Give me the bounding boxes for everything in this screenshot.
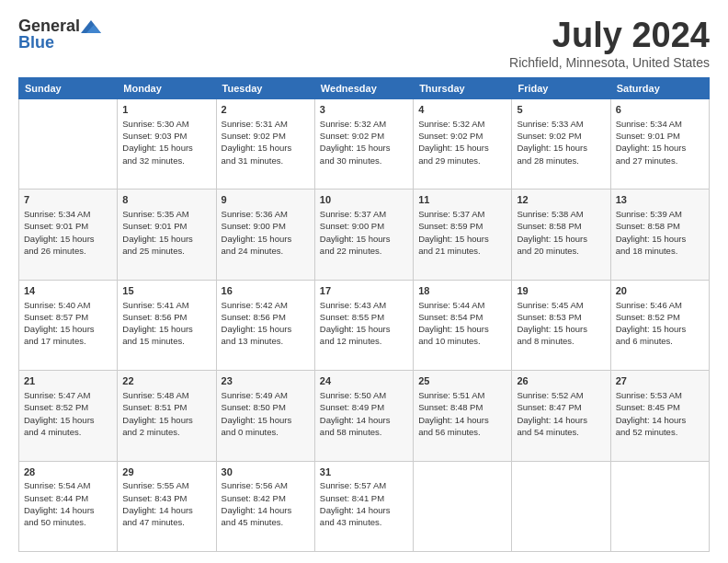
- day-info: Sunrise: 5:51 AM Sunset: 8:48 PM Dayligh…: [418, 389, 506, 438]
- day-number: 22: [122, 374, 210, 388]
- header: General Blue July 2024 Richfield, Minnes…: [18, 17, 710, 70]
- calendar-cell: 27Sunrise: 5:53 AM Sunset: 8:45 PM Dayli…: [610, 371, 709, 461]
- weekday-header-row: SundayMondayTuesdayWednesdayThursdayFrid…: [19, 77, 710, 98]
- calendar-cell: 5Sunrise: 5:33 AM Sunset: 9:02 PM Daylig…: [512, 98, 610, 189]
- weekday-header-wednesday: Wednesday: [314, 77, 413, 98]
- calendar-cell: 18Sunrise: 5:44 AM Sunset: 8:54 PM Dayli…: [414, 280, 512, 370]
- day-number: 7: [24, 193, 112, 207]
- day-info: Sunrise: 5:40 AM Sunset: 8:57 PM Dayligh…: [24, 299, 112, 348]
- calendar-cell: 17Sunrise: 5:43 AM Sunset: 8:55 PM Dayli…: [314, 280, 413, 370]
- day-number: 15: [122, 284, 210, 298]
- day-info: Sunrise: 5:30 AM Sunset: 9:03 PM Dayligh…: [122, 118, 210, 167]
- day-info: Sunrise: 5:37 AM Sunset: 8:59 PM Dayligh…: [418, 208, 506, 257]
- logo-blue-text: Blue: [18, 33, 101, 52]
- day-info: Sunrise: 5:31 AM Sunset: 9:02 PM Dayligh…: [222, 118, 310, 167]
- calendar-cell: 28Sunrise: 5:54 AM Sunset: 8:44 PM Dayli…: [19, 461, 118, 551]
- calendar-cell: 30Sunrise: 5:56 AM Sunset: 8:42 PM Dayli…: [216, 461, 314, 551]
- day-info: Sunrise: 5:41 AM Sunset: 8:56 PM Dayligh…: [122, 299, 210, 348]
- day-number: 24: [320, 374, 408, 388]
- calendar-cell: 15Sunrise: 5:41 AM Sunset: 8:56 PM Dayli…: [118, 280, 216, 370]
- calendar-cell: 25Sunrise: 5:51 AM Sunset: 8:48 PM Dayli…: [414, 371, 512, 461]
- day-number: 26: [517, 374, 605, 388]
- day-info: Sunrise: 5:46 AM Sunset: 8:52 PM Dayligh…: [616, 299, 704, 348]
- day-number: 18: [418, 284, 506, 298]
- calendar-cell: 12Sunrise: 5:38 AM Sunset: 8:58 PM Dayli…: [512, 190, 610, 280]
- calendar-cell: 22Sunrise: 5:48 AM Sunset: 8:51 PM Dayli…: [118, 371, 216, 461]
- calendar-cell: 6Sunrise: 5:34 AM Sunset: 9:01 PM Daylig…: [610, 98, 709, 189]
- weekday-header-monday: Monday: [118, 77, 216, 98]
- weekday-header-friday: Friday: [512, 77, 610, 98]
- day-info: Sunrise: 5:53 AM Sunset: 8:45 PM Dayligh…: [616, 389, 704, 438]
- calendar-cell: 26Sunrise: 5:52 AM Sunset: 8:47 PM Dayli…: [512, 371, 610, 461]
- calendar-cell: 3Sunrise: 5:32 AM Sunset: 9:02 PM Daylig…: [314, 98, 413, 189]
- day-info: Sunrise: 5:54 AM Sunset: 8:44 PM Dayligh…: [24, 479, 112, 528]
- calendar-table: SundayMondayTuesdayWednesdayThursdayFrid…: [18, 77, 710, 552]
- calendar-cell: 14Sunrise: 5:40 AM Sunset: 8:57 PM Dayli…: [19, 280, 118, 370]
- day-info: Sunrise: 5:32 AM Sunset: 9:02 PM Dayligh…: [320, 118, 408, 167]
- day-info: Sunrise: 5:52 AM Sunset: 8:47 PM Dayligh…: [517, 389, 605, 438]
- calendar-cell: 1Sunrise: 5:30 AM Sunset: 9:03 PM Daylig…: [118, 98, 216, 189]
- day-number: 4: [418, 103, 506, 117]
- calendar-cell: 13Sunrise: 5:39 AM Sunset: 8:58 PM Dayli…: [610, 190, 709, 280]
- day-number: 13: [616, 193, 704, 207]
- calendar-cell: 11Sunrise: 5:37 AM Sunset: 8:59 PM Dayli…: [414, 190, 512, 280]
- calendar-cell: 21Sunrise: 5:47 AM Sunset: 8:52 PM Dayli…: [19, 371, 118, 461]
- calendar-cell: 2Sunrise: 5:31 AM Sunset: 9:02 PM Daylig…: [216, 98, 314, 189]
- calendar-cell: 24Sunrise: 5:50 AM Sunset: 8:49 PM Dayli…: [314, 371, 413, 461]
- day-number: 14: [24, 284, 112, 298]
- day-number: 8: [122, 193, 210, 207]
- day-number: 20: [616, 284, 704, 298]
- day-info: Sunrise: 5:34 AM Sunset: 9:01 PM Dayligh…: [24, 208, 112, 257]
- day-number: 19: [517, 284, 605, 298]
- calendar-cell: [512, 461, 610, 551]
- weekday-header-thursday: Thursday: [414, 77, 512, 98]
- calendar-cell: [414, 461, 512, 551]
- day-number: 1: [122, 103, 210, 117]
- calendar-cell: 29Sunrise: 5:55 AM Sunset: 8:43 PM Dayli…: [118, 461, 216, 551]
- title-block: July 2024 Richfield, Minnesota, United S…: [509, 17, 710, 70]
- day-info: Sunrise: 5:38 AM Sunset: 8:58 PM Dayligh…: [517, 208, 605, 257]
- week-row-4: 21Sunrise: 5:47 AM Sunset: 8:52 PM Dayli…: [19, 371, 710, 461]
- day-number: 23: [222, 374, 310, 388]
- day-info: Sunrise: 5:37 AM Sunset: 9:00 PM Dayligh…: [320, 208, 408, 257]
- calendar-cell: [19, 98, 118, 189]
- day-info: Sunrise: 5:50 AM Sunset: 8:49 PM Dayligh…: [320, 389, 408, 438]
- day-number: 3: [320, 103, 408, 117]
- calendar-cell: 4Sunrise: 5:32 AM Sunset: 9:02 PM Daylig…: [414, 98, 512, 189]
- day-info: Sunrise: 5:32 AM Sunset: 9:02 PM Dayligh…: [418, 118, 506, 167]
- calendar-cell: [610, 461, 709, 551]
- month-title: July 2024: [509, 17, 710, 55]
- week-row-3: 14Sunrise: 5:40 AM Sunset: 8:57 PM Dayli…: [19, 280, 710, 370]
- day-number: 11: [418, 193, 506, 207]
- calendar-cell: 23Sunrise: 5:49 AM Sunset: 8:50 PM Dayli…: [216, 371, 314, 461]
- week-row-5: 28Sunrise: 5:54 AM Sunset: 8:44 PM Dayli…: [19, 461, 710, 551]
- day-number: 28: [24, 465, 112, 479]
- day-info: Sunrise: 5:45 AM Sunset: 8:53 PM Dayligh…: [517, 299, 605, 348]
- day-info: Sunrise: 5:44 AM Sunset: 8:54 PM Dayligh…: [418, 299, 506, 348]
- day-info: Sunrise: 5:57 AM Sunset: 8:41 PM Dayligh…: [320, 479, 408, 528]
- calendar-cell: 7Sunrise: 5:34 AM Sunset: 9:01 PM Daylig…: [19, 190, 118, 280]
- logo: General Blue: [18, 17, 101, 52]
- day-number: 16: [222, 284, 310, 298]
- calendar-cell: 9Sunrise: 5:36 AM Sunset: 9:00 PM Daylig…: [216, 190, 314, 280]
- week-row-2: 7Sunrise: 5:34 AM Sunset: 9:01 PM Daylig…: [19, 190, 710, 280]
- day-number: 9: [222, 193, 310, 207]
- calendar-cell: 19Sunrise: 5:45 AM Sunset: 8:53 PM Dayli…: [512, 280, 610, 370]
- calendar-cell: 31Sunrise: 5:57 AM Sunset: 8:41 PM Dayli…: [314, 461, 413, 551]
- weekday-header-sunday: Sunday: [19, 77, 118, 98]
- day-number: 6: [616, 103, 704, 117]
- day-number: 30: [222, 465, 310, 479]
- day-number: 27: [616, 374, 704, 388]
- day-info: Sunrise: 5:33 AM Sunset: 9:02 PM Dayligh…: [517, 118, 605, 167]
- day-info: Sunrise: 5:36 AM Sunset: 9:00 PM Dayligh…: [222, 208, 310, 257]
- day-number: 17: [320, 284, 408, 298]
- day-info: Sunrise: 5:42 AM Sunset: 8:56 PM Dayligh…: [222, 299, 310, 348]
- location: Richfield, Minnesota, United States: [509, 55, 710, 70]
- day-number: 12: [517, 193, 605, 207]
- day-info: Sunrise: 5:55 AM Sunset: 8:43 PM Dayligh…: [122, 479, 210, 528]
- day-number: 2: [222, 103, 310, 117]
- day-number: 10: [320, 193, 408, 207]
- day-info: Sunrise: 5:47 AM Sunset: 8:52 PM Dayligh…: [24, 389, 112, 438]
- day-info: Sunrise: 5:56 AM Sunset: 8:42 PM Dayligh…: [222, 479, 310, 528]
- day-number: 29: [122, 465, 210, 479]
